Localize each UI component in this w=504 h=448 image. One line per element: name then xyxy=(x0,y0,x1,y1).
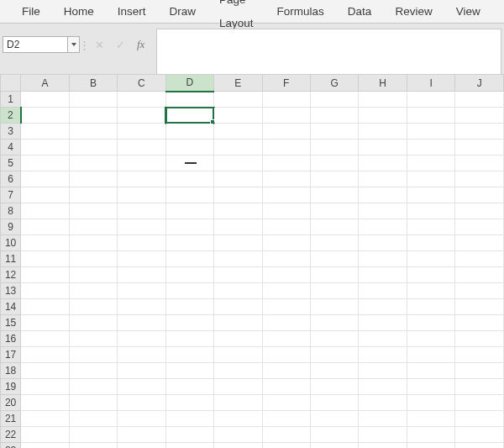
cell-E5[interactable] xyxy=(214,155,262,171)
cell-C21[interactable] xyxy=(118,411,165,427)
cell-D19[interactable] xyxy=(165,379,213,395)
cell-G21[interactable] xyxy=(311,411,359,427)
column-header-C[interactable]: C xyxy=(118,75,165,92)
cell-B6[interactable] xyxy=(69,171,117,187)
cell-A22[interactable] xyxy=(21,427,69,443)
cell-A2[interactable] xyxy=(21,108,69,124)
cell-D2[interactable] xyxy=(165,108,213,124)
cell-F15[interactable] xyxy=(262,315,310,331)
cell-B5[interactable] xyxy=(69,155,117,171)
cell-G23[interactable] xyxy=(311,443,359,449)
cell-J21[interactable] xyxy=(455,411,504,427)
cell-J2[interactable] xyxy=(455,108,504,124)
cell-D12[interactable] xyxy=(165,267,213,283)
row-header-17[interactable]: 17 xyxy=(1,347,21,363)
row-header-13[interactable]: 13 xyxy=(1,283,21,299)
tab-home[interactable]: Home xyxy=(52,0,106,24)
cell-D8[interactable] xyxy=(165,203,213,219)
cell-D16[interactable] xyxy=(165,331,213,347)
cell-F22[interactable] xyxy=(262,427,310,443)
cell-I18[interactable] xyxy=(407,363,454,379)
cell-J9[interactable] xyxy=(455,219,504,235)
cell-G1[interactable] xyxy=(311,92,359,108)
cell-F5[interactable] xyxy=(262,155,310,171)
cell-H7[interactable] xyxy=(359,187,407,203)
cell-A21[interactable] xyxy=(21,411,69,427)
cell-C4[interactable] xyxy=(118,140,165,155)
cell-H8[interactable] xyxy=(359,203,407,219)
cell-I4[interactable] xyxy=(407,140,454,155)
cell-A15[interactable] xyxy=(21,315,69,331)
cell-A10[interactable] xyxy=(21,235,69,251)
cell-F11[interactable] xyxy=(262,251,310,267)
cell-C18[interactable] xyxy=(118,363,165,379)
cell-F2[interactable] xyxy=(262,108,310,124)
column-header-J[interactable]: J xyxy=(455,75,504,92)
cell-F23[interactable] xyxy=(262,443,310,449)
column-header-G[interactable]: G xyxy=(311,75,359,92)
tab-view[interactable]: View xyxy=(444,0,492,24)
cell-J5[interactable] xyxy=(455,155,504,171)
tab-formulas[interactable]: Formulas xyxy=(265,0,336,24)
cell-A18[interactable] xyxy=(21,363,69,379)
cell-B12[interactable] xyxy=(69,267,117,283)
cell-E3[interactable] xyxy=(214,124,262,140)
cell-H11[interactable] xyxy=(359,251,407,267)
column-header-B[interactable]: B xyxy=(69,75,117,92)
cell-D11[interactable] xyxy=(165,251,213,267)
cell-E19[interactable] xyxy=(214,379,262,395)
cell-A16[interactable] xyxy=(21,331,69,347)
cell-I14[interactable] xyxy=(407,299,454,315)
cell-G15[interactable] xyxy=(311,315,359,331)
row-header-3[interactable]: 3 xyxy=(1,124,21,140)
cell-E21[interactable] xyxy=(214,411,262,427)
cell-A9[interactable] xyxy=(21,219,69,235)
cell-B15[interactable] xyxy=(69,315,117,331)
row-header-5[interactable]: 5 xyxy=(1,155,21,171)
cell-E8[interactable] xyxy=(214,203,262,219)
cell-H3[interactable] xyxy=(359,124,407,140)
cell-F20[interactable] xyxy=(262,395,310,411)
row-header-19[interactable]: 19 xyxy=(1,379,21,395)
cell-G22[interactable] xyxy=(311,427,359,443)
cell-H14[interactable] xyxy=(359,299,407,315)
cell-C5[interactable] xyxy=(118,155,165,171)
cell-C12[interactable] xyxy=(118,267,165,283)
cell-F16[interactable] xyxy=(262,331,310,347)
name-box[interactable]: D2 xyxy=(3,36,68,53)
cell-B2[interactable] xyxy=(69,108,117,124)
cell-B18[interactable] xyxy=(69,363,117,379)
cell-E10[interactable] xyxy=(214,235,262,251)
row-header-21[interactable]: 21 xyxy=(1,411,21,427)
row-header-4[interactable]: 4 xyxy=(1,140,21,155)
cell-E9[interactable] xyxy=(214,219,262,235)
cell-H5[interactable] xyxy=(359,155,407,171)
cell-D23[interactable] xyxy=(165,443,213,449)
cell-J20[interactable] xyxy=(455,395,504,411)
row-header-16[interactable]: 16 xyxy=(1,331,21,347)
cell-G20[interactable] xyxy=(311,395,359,411)
accept-formula-icon[interactable]: ✓ xyxy=(116,39,125,51)
cell-I16[interactable] xyxy=(407,331,454,347)
cell-I9[interactable] xyxy=(407,219,454,235)
cell-E7[interactable] xyxy=(214,187,262,203)
cell-D13[interactable] xyxy=(165,283,213,299)
row-header-10[interactable]: 10 xyxy=(1,235,21,251)
cell-H23[interactable] xyxy=(359,443,407,449)
row-header-23[interactable]: 23 xyxy=(1,443,21,449)
row-header-18[interactable]: 18 xyxy=(1,363,21,379)
cell-F21[interactable] xyxy=(262,411,310,427)
cell-A20[interactable] xyxy=(21,395,69,411)
cell-G4[interactable] xyxy=(311,140,359,155)
cell-B14[interactable] xyxy=(69,299,117,315)
cell-B16[interactable] xyxy=(69,331,117,347)
cell-E4[interactable] xyxy=(214,140,262,155)
cell-A7[interactable] xyxy=(21,187,69,203)
cell-D22[interactable] xyxy=(165,427,213,443)
row-header-7[interactable]: 7 xyxy=(1,187,21,203)
cell-A17[interactable] xyxy=(21,347,69,363)
cell-F18[interactable] xyxy=(262,363,310,379)
cell-I23[interactable] xyxy=(407,443,454,449)
cell-B22[interactable] xyxy=(69,427,117,443)
row-header-11[interactable]: 11 xyxy=(1,251,21,267)
